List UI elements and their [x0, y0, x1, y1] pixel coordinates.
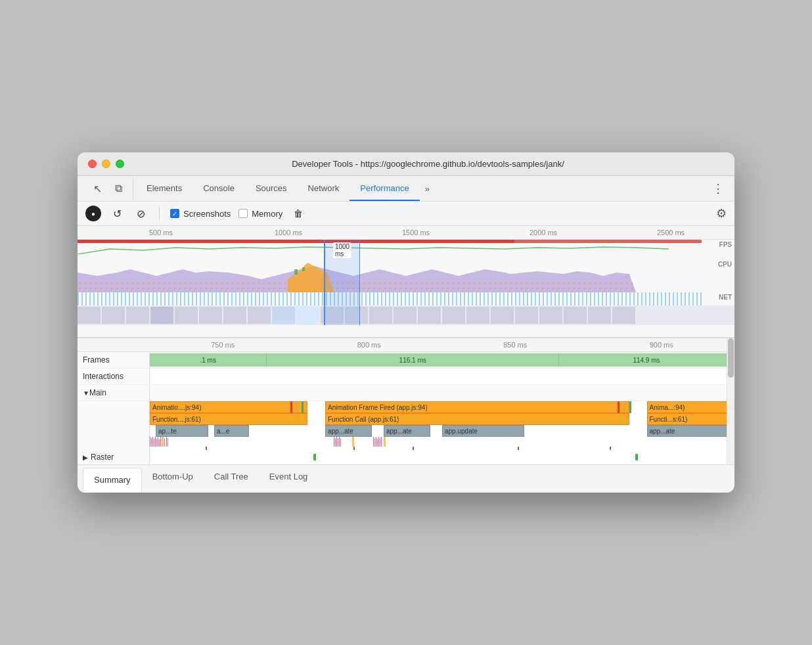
ruler-mark-3: 2000 ms: [480, 229, 607, 236]
svg-rect-47: [338, 439, 338, 447]
svg-rect-53: [376, 437, 376, 447]
svg-rect-49: [340, 438, 341, 447]
menu-icon[interactable]: ⋮: [707, 176, 729, 201]
traffic-lights: [88, 160, 124, 168]
flame-bar-anim-2[interactable]: Anima...:94): [647, 401, 729, 413]
svg-rect-12: [223, 307, 246, 324]
svg-rect-40: [164, 439, 165, 447]
flame-label-markers: [78, 437, 150, 450]
devtools-window: Developer Tools - https://googlechrome.g…: [78, 152, 734, 493]
cpu-track: CPU: [78, 259, 734, 292]
frames-track: Frames .1 ms 116.1 ms 114.9 ms: [78, 352, 734, 368]
svg-rect-7: [102, 307, 125, 324]
ruler-mark-0: 500 ms: [97, 229, 225, 236]
close-button[interactable]: [88, 160, 97, 168]
tab-console[interactable]: Console: [192, 177, 245, 201]
flame-bar-app-0[interactable]: ap...te: [156, 425, 208, 437]
flame-content-1: Animatio....js:94) Animation Frame Fired…: [150, 401, 734, 413]
flame-label-2: [78, 413, 150, 425]
interactions-content: [150, 368, 734, 384]
green-marker-0: [302, 401, 304, 413]
frame-block-0: .1 ms: [150, 353, 267, 367]
svg-rect-58: [384, 437, 386, 447]
fps-label: FPS: [719, 241, 732, 248]
svg-rect-14: [272, 307, 295, 324]
main-section-header: ▼ Main: [78, 385, 734, 401]
svg-rect-23: [491, 307, 514, 324]
svg-rect-24: [515, 307, 538, 324]
settings-icon[interactable]: ⚙: [716, 206, 727, 221]
detail-ruler: 750 ms 800 ms 850 ms 900 ms: [78, 338, 734, 352]
tab-performance[interactable]: Performance: [350, 177, 419, 201]
svg-rect-37: [160, 437, 161, 447]
flame-bar-app-4[interactable]: app.update: [442, 425, 524, 437]
flame-bar-anim-1[interactable]: Animation Frame Fired (app.js:94): [325, 401, 629, 413]
toolbar-divider: [159, 207, 160, 220]
maximize-button[interactable]: [116, 160, 124, 168]
tab-network[interactable]: Network: [298, 177, 350, 201]
svg-rect-21: [442, 307, 465, 324]
flame-bar-func-1[interactable]: Function Call (app.js:61): [325, 413, 629, 425]
flame-label-1: [78, 401, 150, 413]
scrollbar-thumb[interactable]: [728, 338, 734, 378]
trash-button[interactable]: 🗑: [290, 206, 306, 221]
red-marker-0: [290, 401, 292, 413]
svg-rect-30: [151, 438, 152, 447]
scrollbar[interactable]: [727, 338, 734, 464]
record-button[interactable]: ●: [85, 206, 101, 221]
tab-call-tree[interactable]: Call Tree: [204, 465, 259, 493]
svg-rect-34: [156, 438, 157, 447]
inspect-icon[interactable]: ↖: [88, 179, 106, 198]
ruler-mark-4: 2500 ms: [607, 229, 734, 236]
svg-rect-6: [78, 307, 101, 324]
flame-bar-app-5[interactable]: app...ate: [647, 425, 729, 437]
net-label: NET: [719, 294, 732, 301]
red-marker-1: [618, 401, 620, 413]
svg-rect-36: [159, 439, 160, 447]
detail-mark-2: 850 ms: [442, 341, 589, 349]
flame-bar-anim-0[interactable]: Animatio....js:94): [150, 401, 307, 413]
refresh-button[interactable]: ↺: [109, 206, 125, 221]
overview-ruler: 500 ms 1000 ms 1500 ms 2000 ms 2500 ms: [78, 226, 734, 240]
flame-bar-func-2[interactable]: Functi...s:61): [647, 413, 729, 425]
bottom-tabs: Summary Bottom-Up Call Tree Event Log: [78, 464, 734, 493]
tab-elements[interactable]: Elements: [136, 177, 192, 201]
svg-rect-56: [380, 438, 380, 447]
tab-bottom-up[interactable]: Bottom-Up: [142, 465, 204, 493]
flame-bar-app-2[interactable]: app...ate: [325, 425, 372, 437]
raster-dot-0: [313, 454, 316, 460]
raster-label: ▶ Raster: [78, 450, 150, 464]
timeline-selection[interactable]: 1000 ms: [324, 240, 360, 325]
svg-rect-27: [588, 307, 611, 324]
flame-content-markers: [150, 437, 734, 450]
collapse-triangle[interactable]: ▼: [83, 389, 89, 397]
minimize-button[interactable]: [102, 160, 110, 168]
cpu-label: CPU: [718, 261, 732, 268]
stop-button[interactable]: ⊘: [133, 206, 148, 221]
screenshots-checkbox[interactable]: ✓: [170, 209, 179, 218]
tab-more[interactable]: »: [420, 179, 435, 199]
flame-row-appupdate: ap...te a...e app...ate app...ate app.up…: [78, 425, 734, 437]
flame-bar-app-1[interactable]: a...e: [214, 425, 249, 437]
flame-bar-func-0[interactable]: Function....js:61): [150, 413, 307, 425]
frame-block-2: 114.9 ms: [559, 353, 734, 367]
ruler-mark-1: 1000 ms: [225, 229, 352, 236]
svg-rect-32: [154, 439, 154, 447]
svg-rect-51: [373, 437, 374, 447]
timeline-overview[interactable]: 500 ms 1000 ms 1500 ms 2000 ms 2500 ms: [78, 226, 734, 338]
tab-sources[interactable]: Sources: [245, 177, 298, 201]
screenshots-toggle[interactable]: ✓ Screenshots: [170, 209, 231, 219]
tab-event-log[interactable]: Event Log: [259, 465, 319, 493]
flame-bar-app-3[interactable]: app...ate: [384, 425, 430, 437]
tab-summary[interactable]: Summary: [83, 468, 142, 493]
green-marker-1: [629, 401, 631, 413]
svg-rect-52: [374, 438, 375, 447]
flame-row-function: Function....js:61) Function Call (app.js…: [78, 413, 734, 425]
svg-rect-9: [150, 307, 173, 324]
memory-toggle[interactable]: Memory: [238, 209, 282, 219]
svg-rect-43: [168, 438, 168, 447]
memory-checkbox[interactable]: [238, 209, 248, 218]
raster-triangle[interactable]: ▶: [83, 454, 88, 461]
svg-rect-42: [166, 437, 167, 447]
device-icon[interactable]: ⧉: [109, 179, 127, 198]
